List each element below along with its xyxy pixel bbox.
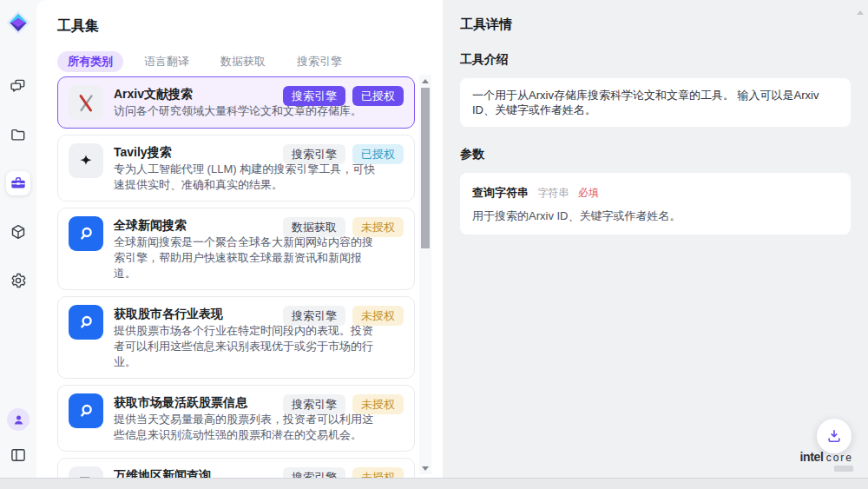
detail-title: 工具详情 xyxy=(460,16,851,32)
param-description: 用于搜索的Arxiv ID、关键字或作者姓名。 xyxy=(472,208,838,223)
category-badge: 搜索引擎 xyxy=(283,86,345,106)
param-name: 查询字符串 xyxy=(472,186,529,199)
param-card: 查询字符串 字符串 必填 用于搜索的Arxiv ID、关键字或作者姓名。 xyxy=(460,173,851,235)
bluesearch-tool-icon xyxy=(69,305,103,340)
auth-badge: 未授权 xyxy=(352,394,404,414)
category-badge: 搜索引擎 xyxy=(283,467,345,478)
params-heading: 参数 xyxy=(460,147,851,162)
tool-card[interactable]: Arxiv文献搜索 访问各个研究领域大量科学论文和文章的存储库。 搜索引擎 已授… xyxy=(57,76,415,129)
list-scrollbar[interactable] xyxy=(419,75,431,474)
toolset-panel: 工具集 所有类别 语言翻译 数据获取 搜索引擎 Arxiv文献搜索 访问各个研究… xyxy=(36,0,443,478)
intel-core-logo: intel core xyxy=(799,451,853,472)
param-required-badge: 必填 xyxy=(578,187,599,199)
download-button[interactable] xyxy=(817,419,852,453)
sidebar-item-packages[interactable] xyxy=(6,220,30,244)
sidebar xyxy=(0,0,36,478)
auth-badge: 未授权 xyxy=(352,467,404,478)
tool-description: 提供股票市场各个行业在特定时间段内的表现。投资者可以利用这些信息来识别表现优于或… xyxy=(114,323,383,370)
brand-intel-text: intel xyxy=(799,451,823,463)
folder-icon xyxy=(10,126,27,143)
search-q-icon xyxy=(76,223,96,244)
param-type: 字符串 xyxy=(537,187,569,199)
cube-icon xyxy=(10,223,27,241)
ultra-badge xyxy=(834,466,853,472)
toolbox-icon xyxy=(10,175,27,192)
sidebar-item-files[interactable] xyxy=(6,122,30,147)
tool-description: 提供当天交易量最高的股票列表，投资者可以利用这些信息来识别流动性强的股票和潜在的… xyxy=(114,412,383,443)
app-window: 工具集 所有类别 语言翻译 数据获取 搜索引擎 Arxiv文献搜索 访问各个研究… xyxy=(0,0,868,479)
sidebar-item-settings[interactable] xyxy=(6,268,30,293)
scroll-up-arrow-icon[interactable] xyxy=(419,75,431,87)
scrollbar-thumb[interactable] xyxy=(421,88,430,248)
tool-card[interactable]: 全球新闻搜索 全球新闻搜索是一个聚合全球各大新闻网站内容的搜索引擎，帮助用户快速… xyxy=(57,208,415,290)
search-q-icon xyxy=(76,400,96,421)
intro-heading: 工具介绍 xyxy=(460,52,851,67)
arxiv-logo-icon xyxy=(76,92,96,113)
category-tab[interactable]: 搜索引擎 xyxy=(286,51,352,72)
bluesearch-tool-icon xyxy=(69,216,103,251)
download-icon xyxy=(825,427,843,445)
category-tab[interactable]: 语言翻译 xyxy=(134,51,200,72)
auth-badge: 未授权 xyxy=(352,217,404,237)
sidebar-item-tools[interactable] xyxy=(6,171,30,195)
intro-text: 一个用于从Arxiv存储库搜索科学论文和文章的工具。 输入可以是Arxiv ID… xyxy=(460,78,851,127)
app-logo xyxy=(5,10,31,36)
newspaper-icon xyxy=(76,474,95,478)
tool-description: 全球新闻搜索是一个聚合全球各大新闻网站内容的搜索引擎，帮助用户快速获取全球最新资… xyxy=(114,235,383,281)
bluesearch-tool-icon xyxy=(69,393,103,428)
tool-card[interactable]: Tavily搜索 专为人工智能代理 (LLM) 构建的搜索引擎工具，可快速提供实… xyxy=(57,135,415,202)
category-badge: 数据获取 xyxy=(283,217,345,237)
panel-toggle-icon xyxy=(10,446,27,464)
news-tool-icon xyxy=(69,466,103,478)
category-tab[interactable]: 所有类别 xyxy=(57,51,123,72)
gear-icon xyxy=(10,272,27,289)
tool-list: Arxiv文献搜索 访问各个研究领域大量科学论文和文章的存储库。 搜索引擎 已授… xyxy=(57,76,415,478)
category-tab[interactable]: 数据获取 xyxy=(210,51,276,72)
tool-card[interactable]: 获取股市各行业表现 提供股票市场各个行业在特定时间段内的表现。投资者可以利用这些… xyxy=(57,296,415,379)
category-tabs: 所有类别 语言翻译 数据获取 搜索引擎 xyxy=(57,51,443,72)
detail-scroll-arrow-icon xyxy=(857,10,864,15)
tool-detail-panel: 工具详情 工具介绍 一个用于从Arxiv存储库搜索科学论文和文章的工具。 输入可… xyxy=(443,0,868,478)
window-bottom-strip xyxy=(0,479,868,488)
category-badge: 搜索引擎 xyxy=(283,394,345,414)
user-icon xyxy=(12,413,25,426)
sidebar-item-chat[interactable] xyxy=(6,74,30,98)
user-avatar[interactable] xyxy=(7,408,30,431)
chat-icon xyxy=(10,77,27,95)
auth-badge: 已授权 xyxy=(352,144,404,164)
arxiv-tool-icon xyxy=(69,85,103,120)
sidebar-collapse-button[interactable] xyxy=(6,443,30,467)
page-title: 工具集 xyxy=(57,17,443,35)
brand-core-text: core xyxy=(826,452,853,464)
auth-badge: 未授权 xyxy=(352,306,404,326)
sparkle-tool-icon xyxy=(69,143,103,178)
tool-description: 专为人工智能代理 (LLM) 构建的搜索引擎工具，可快速提供实时、准确和真实的结… xyxy=(114,162,383,193)
scroll-down-arrow-icon[interactable] xyxy=(419,462,431,474)
category-badge: 搜索引擎 xyxy=(283,306,345,326)
search-q-icon xyxy=(76,312,96,333)
tool-card[interactable]: 万维地区新闻查询 查询具体行政区划内的新闻，快速了解各地新闻动 搜索引擎 未授权 xyxy=(57,458,415,478)
sparkle-icon xyxy=(77,152,95,169)
category-badge: 搜索引擎 xyxy=(283,144,345,164)
auth-badge: 已授权 xyxy=(352,86,404,106)
tool-card[interactable]: 获取市场最活跃股票信息 提供当天交易量最高的股票列表，投资者可以利用这些信息来识… xyxy=(57,385,415,452)
